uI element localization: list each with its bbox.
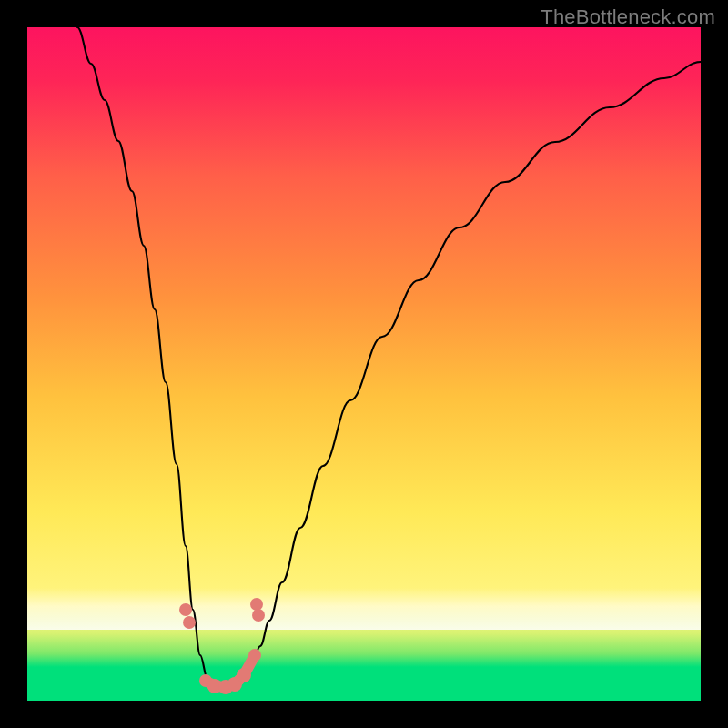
data-marker (237, 668, 251, 682)
data-marker (248, 649, 261, 662)
data-marker (183, 616, 196, 629)
data-marker (179, 603, 192, 616)
plot-area (27, 27, 701, 701)
data-marker (252, 609, 265, 622)
chart-frame: TheBottleneck.com (0, 0, 728, 728)
data-markers (179, 598, 265, 694)
watermark-text: TheBottleneck.com (541, 5, 715, 29)
bottleneck-curve (77, 27, 701, 690)
curve-layer (27, 27, 701, 701)
data-marker (250, 598, 263, 611)
